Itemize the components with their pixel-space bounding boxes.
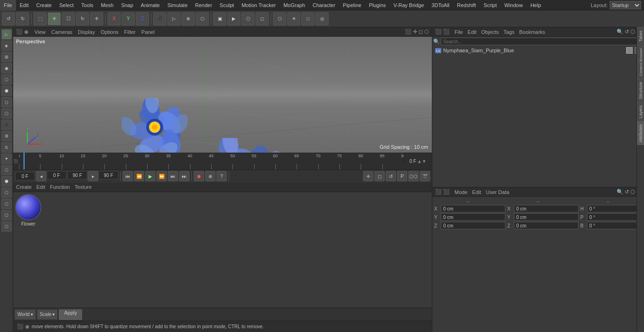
undo-button[interactable]: ↺ [2, 12, 15, 25]
y-pos-input[interactable] [441, 213, 505, 221]
viewport-menu-options[interactable]: Options [100, 29, 118, 35]
move-tool-button[interactable]: ✛ [48, 12, 61, 25]
object-search-input[interactable] [441, 38, 643, 45]
z-axis-button[interactable]: Z [136, 12, 149, 25]
keyframe-move-button[interactable]: ✛ [363, 171, 373, 181]
menu-motion-tracker[interactable]: Motion Tracker [238, 0, 280, 10]
attr-menu-userdata[interactable]: User Data [486, 189, 510, 195]
mat-menu-create[interactable]: Create [16, 184, 32, 190]
x-size-input[interactable] [514, 205, 578, 212]
y-rot-input[interactable] [587, 213, 644, 221]
point-mode-button[interactable]: ⊞ [1, 52, 12, 62]
z-size-input[interactable] [514, 222, 578, 229]
viewport-menu-filter[interactable]: Filter [124, 29, 135, 35]
apply-button[interactable]: Apply [59, 309, 83, 320]
go-start-button[interactable]: ⏮ [123, 171, 133, 181]
menu-sculpt[interactable]: Sculpt [216, 0, 238, 10]
keyframe-grid-button[interactable]: ⬡⬡ [408, 171, 419, 181]
keyframe-preview-button[interactable]: P [397, 171, 407, 181]
select-tool-button[interactable]: ⬚ [33, 12, 47, 25]
z-rot-input[interactable] [587, 222, 644, 229]
redo-button[interactable]: ↻ [16, 12, 29, 25]
frame-current-input[interactable]: 0 F [47, 171, 66, 179]
menu-redshift[interactable]: Redshift [453, 0, 479, 10]
edge-mode-button[interactable]: ◉ [1, 63, 12, 73]
play-help-button[interactable]: ? [216, 171, 227, 181]
tool6-button[interactable]: ✦ [1, 154, 12, 164]
go-end-button[interactable]: ⏭ [168, 171, 178, 181]
record-button[interactable]: ⏺ [194, 171, 204, 181]
menu-mesh[interactable]: Mesh [97, 0, 117, 10]
tool7-button[interactable]: ⬡ [1, 165, 12, 175]
obj-menu-edit[interactable]: Edit [468, 29, 477, 35]
transform-tool-button[interactable]: ✛ [90, 12, 103, 25]
obj-menu-file[interactable]: File [454, 29, 463, 35]
floor-button[interactable]: □ [301, 12, 314, 25]
menu-plugins[interactable]: Plugins [365, 0, 389, 10]
frame-stepper-left[interactable]: ◂ [36, 171, 46, 181]
sky-button[interactable]: ◎ [315, 12, 329, 25]
menu-simulate[interactable]: Simulate [164, 0, 191, 10]
render-region-button[interactable]: ⬡ [241, 12, 255, 25]
viewport-menu-cameras[interactable]: Cameras [51, 29, 73, 35]
menu-pipeline[interactable]: Pipeline [339, 0, 365, 10]
attr-menu-mode[interactable]: Mode [454, 189, 468, 195]
z-pos-input[interactable] [441, 222, 505, 229]
tool4-button[interactable]: ⚙ [1, 131, 12, 141]
structure-tab[interactable]: Structure [637, 79, 644, 102]
tool5-button[interactable]: S [1, 142, 12, 153]
tool9-button[interactable]: ⬡ [1, 187, 12, 198]
cone-tool-button[interactable]: ▷ [167, 12, 181, 25]
layers-tab[interactable]: Layers [637, 102, 644, 121]
menu-3dtoall[interactable]: 3DToAll [428, 0, 453, 10]
render-view-button[interactable]: ▣ [213, 12, 226, 25]
material-sphere-flower[interactable] [15, 194, 41, 220]
x-rot-input[interactable] [587, 205, 644, 212]
menu-render[interactable]: Render [191, 0, 216, 10]
mat-menu-texture[interactable]: Texture [74, 184, 91, 190]
polygon-mode-button[interactable]: ⬡ [1, 74, 12, 85]
scale-dropdown[interactable]: Scale ▾ [37, 310, 57, 319]
tool12-button[interactable]: ⬡ [1, 221, 12, 232]
menu-animate[interactable]: Animate [137, 0, 164, 10]
menu-vray-bridge[interactable]: V-Ray Bridge [390, 0, 428, 10]
attr-menu-edit[interactable]: Edit [472, 189, 481, 195]
menu-snap[interactable]: Snap [117, 0, 137, 10]
menu-edit[interactable]: Edit [16, 0, 33, 10]
mat-menu-function[interactable]: Function [50, 184, 70, 190]
tool10-button[interactable]: ⬡ [1, 199, 12, 209]
viewport-menu-panel[interactable]: Panel [141, 29, 155, 35]
takes-tab[interactable]: Takes [637, 27, 644, 45]
menu-script[interactable]: Script [480, 0, 501, 10]
cylinder-tool-button[interactable]: ⬡ [196, 12, 209, 25]
menu-tools[interactable]: Tools [77, 0, 97, 10]
frame-end-input-1[interactable]: 90 F [67, 171, 87, 179]
obj-menu-objects[interactable]: Objects [481, 29, 499, 35]
material-item-flower[interactable]: Flower [15, 194, 41, 227]
object-list-row[interactable]: Lo Nymphaea_Siam_Purple_Blue [432, 46, 644, 55]
attributes-tab[interactable]: Attributes [637, 121, 644, 145]
menu-file[interactable]: File [0, 0, 16, 10]
uv-mode-button[interactable]: ⬢ [1, 86, 12, 96]
play-button[interactable]: ▶ [145, 171, 156, 181]
frame-start-input[interactable]: 0 F [15, 172, 35, 180]
content-browser-tab[interactable]: Content Browser [637, 45, 644, 79]
camera-button[interactable]: ⬡ [273, 12, 286, 25]
world-dropdown[interactable]: World ▾ [15, 310, 35, 319]
menu-select[interactable]: Select [56, 0, 78, 10]
x-axis-button[interactable]: X [107, 12, 121, 25]
keyframe-loop-button[interactable]: ↺ [386, 171, 396, 181]
x-pos-input[interactable] [441, 205, 505, 212]
scale-tool-button[interactable]: ☐ [62, 12, 75, 25]
rotate-tool-button[interactable]: ↻ [76, 12, 89, 25]
obj-menu-tags[interactable]: Tags [504, 29, 514, 35]
mesh-mode-button[interactable]: ◈ [1, 40, 12, 51]
step-back-button[interactable]: ⏪ [134, 171, 144, 181]
y-axis-button[interactable]: Y [122, 12, 135, 25]
frame-end-input-2[interactable]: 90 F [99, 171, 118, 179]
y-size-input[interactable] [514, 213, 578, 221]
menu-character[interactable]: Character [309, 0, 339, 10]
obj-menu-bookmarks[interactable]: Bookmarks [519, 29, 545, 35]
render-settings-button[interactable]: ◻ [256, 12, 269, 25]
menu-mograph[interactable]: MoGraph [280, 0, 309, 10]
